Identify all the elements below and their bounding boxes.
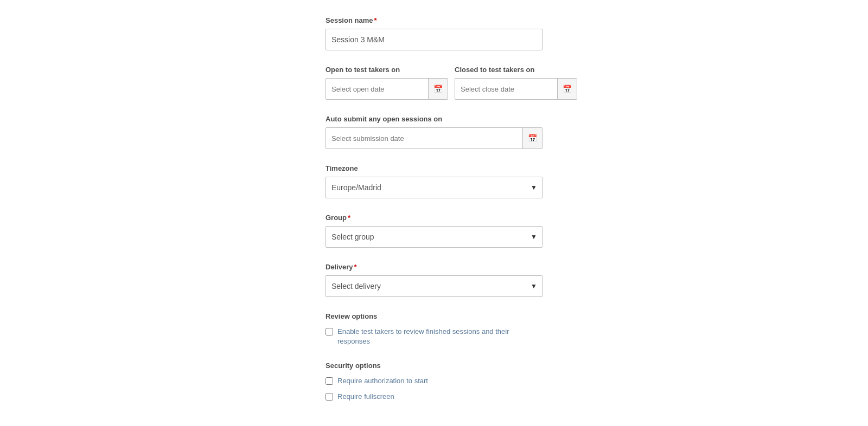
require-auth-item: Require authorization to start [326,376,542,386]
date-row-group: Open to test takers on 📅 Closed to test … [326,66,542,100]
review-checkbox-item: Enable test takers to review finished se… [326,327,542,346]
calendar-icon-close: 📅 [563,85,572,93]
group-label: Group* [326,214,542,222]
open-date-wrapper: 📅 [326,78,448,100]
require-auth-label[interactable]: Require authorization to start [337,376,428,386]
timezone-label: Timezone [326,164,542,172]
delivery-label: Delivery* [326,263,542,271]
security-options-title: Security options [326,362,542,370]
auto-submit-wrapper: 📅 [326,127,542,149]
delivery-select-wrapper: Select delivery ▼ [326,275,542,297]
review-checkbox[interactable] [326,328,333,335]
form-container: Session name* Open to test takers on 📅 C… [326,11,542,422]
session-name-label: Session name* [326,16,542,24]
require-fullscreen-label[interactable]: Require fullscreen [337,392,394,402]
require-fullscreen-item: Require fullscreen [326,392,542,402]
calendar-icon-submit: 📅 [528,134,537,143]
require-auth-checkbox[interactable] [326,377,333,385]
open-date-input[interactable] [326,79,428,99]
group-select-wrapper: Select group ▼ [326,226,542,248]
calendar-icon-open: 📅 [433,85,443,93]
require-fullscreen-checkbox[interactable] [326,393,333,401]
session-name-input[interactable] [326,29,542,50]
auto-submit-input[interactable] [326,128,522,149]
timezone-group: Timezone Europe/Madrid Europe/London Ame… [326,164,542,198]
review-checkbox-label[interactable]: Enable test takers to review finished se… [337,327,542,346]
delivery-group: Delivery* Select delivery ▼ [326,263,542,297]
review-options-group: Review options Enable test takers to rev… [326,312,542,346]
open-date-calendar-button[interactable]: 📅 [428,79,448,99]
auto-submit-calendar-button[interactable]: 📅 [522,128,542,149]
close-date-col: Closed to test takers on 📅 [455,66,577,100]
close-date-input[interactable] [455,79,557,99]
auto-submit-group: Auto submit any open sessions on 📅 [326,115,542,149]
page-container: Session name* Open to test takers on 📅 C… [0,0,868,426]
group-select[interactable]: Select group [326,226,542,248]
close-date-label: Closed to test takers on [455,66,577,74]
security-options-group: Security options Require authorization t… [326,362,542,401]
close-date-calendar-button[interactable]: 📅 [557,79,577,99]
open-date-label: Open to test takers on [326,66,448,74]
review-options-title: Review options [326,312,542,320]
session-name-group: Session name* [326,16,542,50]
group-group: Group* Select group ▼ [326,214,542,248]
timezone-select-wrapper: Europe/Madrid Europe/London America/New_… [326,177,542,198]
close-date-wrapper: 📅 [455,78,577,100]
auto-submit-label: Auto submit any open sessions on [326,115,542,123]
open-date-col: Open to test takers on 📅 [326,66,448,100]
timezone-select[interactable]: Europe/Madrid Europe/London America/New_… [326,177,542,198]
delivery-select[interactable]: Select delivery [326,275,542,297]
